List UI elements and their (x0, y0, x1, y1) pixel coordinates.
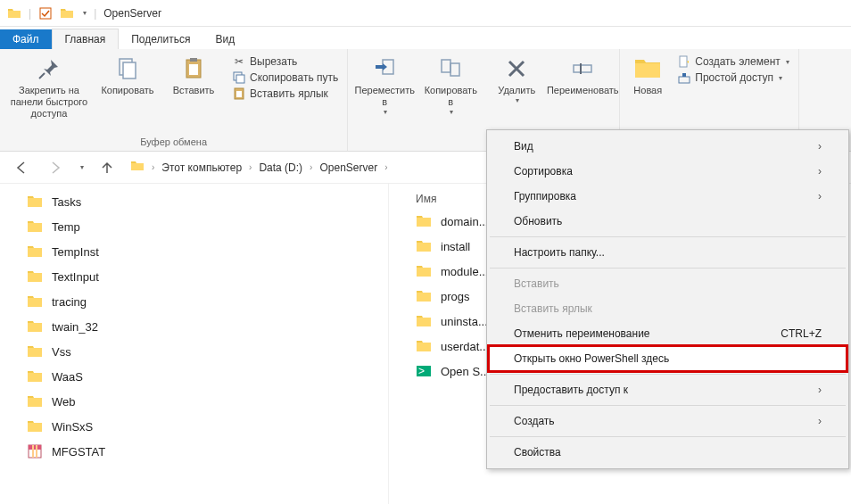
newitem-icon (677, 54, 691, 69)
svg-text:>_: >_ (418, 365, 431, 377)
crumb-drive[interactable]: Data (D:) (259, 161, 302, 174)
item-name: Open S... (441, 365, 490, 378)
qa-dropdown-icon[interactable]: ▾ (83, 9, 87, 17)
cut-button[interactable]: ✂ Вырезать (232, 54, 338, 69)
folder-icon (7, 6, 21, 21)
rename-icon (568, 54, 597, 83)
item-name: domain... (441, 215, 488, 228)
ribbon-group-clipboard: Закрепить на панели быстрого доступа Коп… (0, 49, 348, 151)
copy-icon (113, 54, 142, 83)
cm-new[interactable]: Создать› (489, 409, 847, 434)
item-name: twain_32 (52, 320, 98, 334)
chevron-right-icon: › (818, 140, 822, 153)
item-name: Temp (52, 220, 80, 234)
tree-item[interactable]: WaaS (0, 364, 388, 389)
tree-item[interactable]: TextInput (0, 264, 388, 289)
chevron-right-icon[interactable]: › (384, 162, 387, 172)
delete-button[interactable]: Удалить▾ (485, 53, 548, 106)
paste-button[interactable]: Вставить (162, 53, 225, 98)
shortcut-label: CTRL+Z (781, 327, 822, 340)
delete-icon (502, 54, 531, 83)
copypath-icon (232, 70, 246, 85)
cm-open-powershell[interactable]: Открыть окно PowerShell здесь (489, 346, 847, 371)
folder-icon (130, 159, 145, 176)
back-button[interactable] (11, 157, 32, 178)
folder-icon (27, 418, 43, 434)
copy-button[interactable]: Копировать (96, 53, 159, 98)
cm-paste-shortcut: Вставить ярлык (489, 296, 847, 321)
item-name: uninsta... (441, 315, 488, 328)
item-name: WaaS (52, 370, 83, 384)
folder-icon (27, 318, 43, 335)
tree-item[interactable]: WinSxS (0, 414, 388, 439)
chevron-down-icon: ▾ (384, 108, 387, 116)
cm-customize-folder[interactable]: Настроить папку... (489, 240, 847, 265)
paste-shortcut-button[interactable]: Вставить ярлык (232, 87, 338, 101)
cm-undo-rename[interactable]: Отменить переименованиеCTRL+Z (489, 321, 847, 346)
chevron-down-icon: ▾ (779, 74, 782, 82)
copy-to-button[interactable]: Копировать в▾ (419, 53, 482, 118)
new-item-button[interactable]: Создать элемент▾ (677, 54, 789, 69)
separator (490, 405, 846, 406)
tab-home[interactable]: Главная (52, 29, 120, 49)
ribbon-tabs: Файл Главная Поделиться Вид (0, 27, 851, 49)
easy-access-button[interactable]: Простой доступ▾ (677, 70, 789, 85)
move-to-button[interactable]: Переместить в▾ (353, 53, 416, 118)
separator (490, 268, 846, 269)
cm-view[interactable]: Вид› (489, 134, 847, 159)
cm-give-access[interactable]: Предоставить доступ к› (489, 377, 847, 402)
tab-file[interactable]: Файл (0, 29, 52, 49)
tab-view[interactable]: Вид (202, 29, 247, 49)
svg-rect-16 (679, 77, 690, 83)
group-label-clipboard: Буфер обмена (140, 136, 207, 149)
chevron-down-icon: ▾ (516, 96, 519, 104)
svg-rect-15 (680, 56, 687, 67)
svg-rect-18 (29, 445, 41, 450)
item-name: Web (52, 395, 76, 409)
chevron-right-icon[interactable]: › (152, 162, 154, 172)
chevron-down-icon: ▾ (786, 58, 789, 66)
item-name: tracing (52, 295, 87, 309)
qa-folder-icon[interactable] (60, 6, 74, 21)
tree-item[interactable]: twain_32 (0, 314, 388, 339)
tab-share[interactable]: Поделиться (119, 29, 202, 49)
cm-sort[interactable]: Сортировка› (489, 159, 847, 184)
item-name: Vss (52, 345, 71, 359)
rename-button[interactable]: Переименовать (551, 53, 614, 98)
new-folder-button[interactable]: Новая (625, 53, 670, 98)
svg-rect-19 (32, 445, 34, 458)
chevron-right-icon: › (818, 165, 822, 178)
forward-button[interactable] (45, 157, 66, 178)
tree-item[interactable]: Tasks (0, 189, 388, 214)
copy-path-button[interactable]: Скопировать путь (232, 70, 338, 85)
navigation-pane[interactable]: TasksTempTempInstTextInputtracingtwain_3… (0, 184, 388, 504)
pin-quickaccess-button[interactable]: Закрепить на панели быстрого доступа (5, 53, 93, 122)
item-name: module... (441, 265, 488, 278)
pin-icon (35, 54, 63, 83)
tree-item[interactable]: Web (0, 389, 388, 414)
tree-item[interactable]: tracing (0, 289, 388, 314)
tree-item[interactable]: Vss (0, 339, 388, 364)
folder-icon (416, 288, 432, 304)
paste-icon (179, 54, 208, 83)
cm-refresh[interactable]: Обновить (489, 209, 847, 234)
separator: | (94, 7, 96, 20)
crumb-root[interactable]: Этот компьютер (161, 161, 242, 174)
tree-item[interactable]: TempInst (0, 239, 388, 264)
up-button[interactable] (96, 157, 118, 178)
cm-properties[interactable]: Свойства (489, 440, 847, 465)
svg-rect-2 (123, 62, 136, 78)
qa-check-icon[interactable] (38, 6, 53, 21)
item-name: progs (441, 290, 470, 303)
separator: | (29, 7, 31, 20)
chevron-right-icon[interactable]: › (310, 162, 312, 172)
history-dropdown[interactable]: ▾ (80, 163, 84, 171)
tree-item[interactable]: Temp (0, 214, 388, 239)
crumb-folder[interactable]: OpenServer (319, 161, 377, 174)
svg-rect-13 (574, 65, 591, 72)
item-name: install (441, 240, 470, 253)
chevron-right-icon[interactable]: › (249, 162, 252, 172)
item-name: TextInput (52, 270, 99, 284)
cm-group[interactable]: Группировка› (489, 184, 847, 209)
tree-item[interactable]: MFGSTAT (0, 439, 388, 464)
